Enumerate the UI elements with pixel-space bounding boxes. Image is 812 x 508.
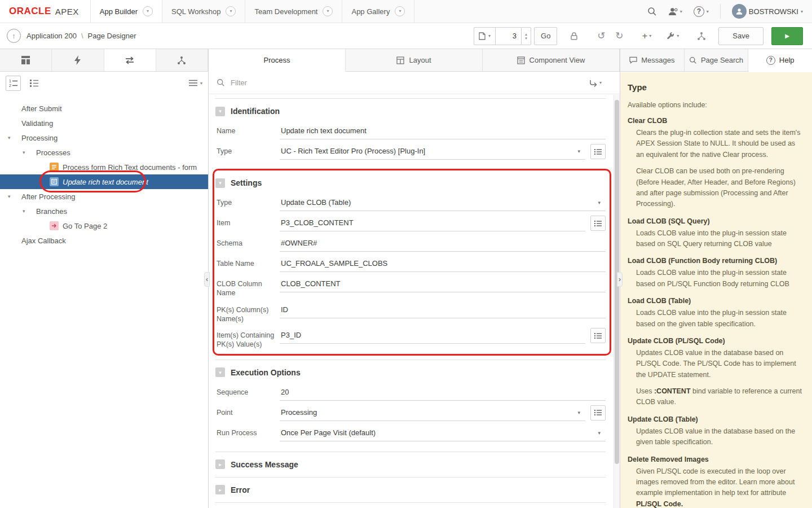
up-arrow-icon[interactable]: ↑	[7, 29, 21, 43]
tab-rendering[interactable]	[0, 49, 52, 71]
page-number-stepper[interactable]: ▴ ▾	[521, 27, 531, 45]
tree-menu-button[interactable]: ▾	[189, 80, 202, 86]
type-select[interactable]: UC - Rich Text Editor Pro (Process) [Plu…	[280, 144, 585, 160]
tab-page-shared-components[interactable]	[156, 49, 208, 71]
chevron-down-icon[interactable]: ▾	[226, 6, 236, 16]
clob-column-input[interactable]: CLOB_CONTENT	[280, 277, 606, 292]
filter-input[interactable]	[231, 78, 583, 87]
center-panel: Process Layout Component View ▾	[209, 49, 620, 508]
list-of-values-button[interactable]	[590, 328, 606, 343]
schema-input[interactable]: #OWNER#	[280, 236, 606, 252]
chevron-right-icon[interactable]: ▸	[215, 459, 225, 469]
chevron-down-icon[interactable]: ▾	[215, 178, 225, 188]
pk-columns-input[interactable]: ID	[280, 303, 606, 318]
go-to-component-menu[interactable]: ▾	[589, 78, 602, 87]
center-scrollbar[interactable]	[614, 95, 620, 508]
section-identification-header[interactable]: ▾ Identification	[215, 99, 606, 124]
point-select[interactable]: Processing ▾	[280, 405, 585, 421]
left-splitter-collapse-handle[interactable]: ‹	[204, 272, 210, 287]
nav-tab-team-development[interactable]: Team Development ▾	[245, 0, 342, 23]
search-icon[interactable]	[647, 7, 657, 16]
nav-tab-app-builder[interactable]: App Builder ▾	[90, 0, 162, 23]
tree-item-after-processing[interactable]: ▾ After Processing	[0, 189, 208, 204]
tab-help[interactable]: ? Help	[748, 49, 812, 72]
field-label: Type	[217, 195, 280, 207]
chevron-up-icon[interactable]: ▴	[525, 32, 527, 36]
field-value: P3_CLOB_CONTENT	[281, 218, 354, 227]
section-execution-header[interactable]: ▾ Execution Options	[215, 360, 606, 385]
chevron-right-icon[interactable]: ▸	[215, 485, 225, 494]
section-error-header[interactable]: ▸ Error	[215, 478, 606, 502]
page-number-input[interactable]	[495, 27, 521, 45]
tree-item-go-to-page-2[interactable]: Go To Page 2	[0, 218, 208, 233]
tab-process[interactable]: Process	[209, 49, 346, 72]
create-menu[interactable]: + ▾	[638, 31, 655, 41]
help-menu[interactable]: ? ▾	[694, 6, 709, 17]
tab-label: Process	[264, 56, 290, 64]
tree-item-validating[interactable]: Validating	[0, 116, 208, 130]
order-alphabetical-button[interactable]	[27, 76, 42, 91]
utilities-menu[interactable]: ▾	[663, 32, 682, 41]
tree-item-process-form[interactable]: Process form Rich Text documents - form	[0, 160, 208, 174]
undo-button[interactable]: ↺	[592, 27, 610, 45]
tab-messages[interactable]: Messages	[620, 49, 685, 71]
help-paragraph: Loads CLOB value into the plug-in sessio…	[636, 308, 803, 330]
tree-item-ajax-callback[interactable]: Ajax Callback	[0, 233, 208, 248]
run-process-select[interactable]: Once Per Page Visit (default) ▾	[280, 426, 606, 441]
list-of-values-button[interactable]	[590, 216, 606, 231]
tab-dynamic-actions[interactable]	[52, 49, 104, 71]
sequence-input[interactable]: 20	[280, 385, 606, 401]
user-admin-menu[interactable]: ▾	[668, 7, 682, 16]
user-menu[interactable]: BOSTROWSKI ▾	[732, 4, 803, 19]
list-of-values-button[interactable]	[590, 405, 606, 421]
table-name-input[interactable]: UC_FROALA_SAMPLE_CLOBS	[280, 256, 606, 272]
redo-button[interactable]: ↻	[610, 27, 628, 45]
tab-component-view[interactable]: Component View	[483, 49, 620, 71]
chevron-down-icon[interactable]: ▾	[395, 6, 405, 16]
chevron-down-icon[interactable]: ▾	[215, 107, 225, 116]
chevron-down-icon[interactable]: ▾	[215, 367, 225, 377]
tree-item-update-rich-text-selected[interactable]: Update rich text document	[0, 174, 208, 189]
order-by-processing-order-button[interactable]: 12	[6, 76, 21, 91]
section-server-side-condition-header[interactable]: ▸ Server-side Condition	[215, 503, 606, 508]
tab-processing[interactable]	[104, 49, 156, 71]
chevron-down-icon[interactable]: ▾	[8, 194, 17, 199]
tab-layout[interactable]: Layout	[346, 49, 483, 71]
nav-tab-app-gallery[interactable]: App Gallery ▾	[342, 0, 414, 23]
tab-page-search[interactable]: Page Search	[685, 49, 749, 71]
go-button[interactable]: Go	[534, 27, 557, 45]
run-button[interactable]: ▶	[771, 27, 803, 45]
numbered-list-icon: 12	[9, 78, 18, 87]
chevron-down-icon[interactable]: ▾	[23, 208, 32, 214]
shared-components-button[interactable]	[692, 27, 710, 45]
nav-tab-sql-workshop[interactable]: SQL Workshop ▾	[162, 0, 245, 23]
chevron-down-icon: ▾	[577, 410, 580, 415]
item-input[interactable]: P3_CLOB_CONTENT	[280, 216, 585, 231]
field-label: Run Process	[217, 426, 280, 437]
save-button[interactable]: Save	[718, 27, 764, 45]
chevron-down-icon[interactable]: ▾	[8, 135, 17, 141]
chevron-down-icon[interactable]: ▾	[525, 36, 527, 40]
page-selector-menu[interactable]: ▾	[474, 27, 495, 45]
chevron-down-icon[interactable]: ▾	[23, 150, 32, 155]
tree-item-branches[interactable]: ▾ Branches	[0, 204, 208, 218]
tree-item-processes[interactable]: ▾ Processes	[0, 145, 208, 160]
section-settings-header[interactable]: ▾ Settings	[215, 170, 606, 195]
pk-items-input[interactable]: P3_ID	[280, 328, 585, 344]
settings-type-select[interactable]: Update CLOB (Table) ▾	[280, 195, 606, 211]
right-splitter-collapse-handle[interactable]: ›	[617, 272, 623, 287]
help-panel[interactable]: Type Available options include: Clear CL…	[620, 72, 812, 508]
field-row-pk-columns: PK(s) Column(s) Name(s) ID	[217, 303, 606, 324]
help-title: Type	[628, 82, 803, 92]
breadcrumb-application[interactable]: Application 200	[27, 32, 77, 40]
chevron-down-icon[interactable]: ▾	[323, 6, 333, 16]
name-input[interactable]: Update rich text document	[280, 124, 606, 139]
oracle-apex-logo[interactable]: ORACLE APEX	[0, 0, 90, 23]
chevron-down-icon[interactable]: ▾	[143, 6, 153, 16]
svg-text:1: 1	[9, 79, 11, 83]
tree-item-processing[interactable]: ▾ Processing	[0, 130, 208, 145]
tree-item-after-submit[interactable]: After Submit	[0, 101, 208, 116]
section-success-message-header[interactable]: ▸ Success Message	[215, 452, 606, 477]
page-lock-button[interactable]	[565, 27, 583, 45]
list-of-values-button[interactable]	[590, 144, 606, 159]
